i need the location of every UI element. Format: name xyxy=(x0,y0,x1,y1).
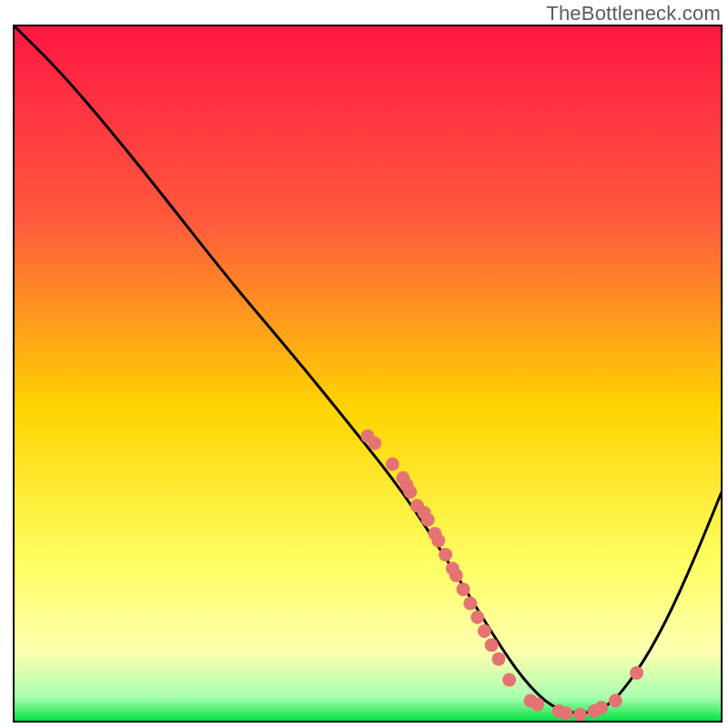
data-point xyxy=(630,666,643,680)
data-point xyxy=(573,708,587,722)
data-point xyxy=(491,652,505,666)
data-point xyxy=(531,697,544,711)
data-point xyxy=(594,701,608,714)
data-point xyxy=(609,694,622,708)
data-point xyxy=(368,437,381,450)
data-point xyxy=(478,624,491,638)
data-point xyxy=(450,569,463,582)
data-point xyxy=(421,513,435,527)
data-point xyxy=(439,548,452,561)
data-point xyxy=(457,582,470,596)
chart-container: TheBottleneck.com xyxy=(0,0,728,728)
data-point xyxy=(559,706,572,720)
data-point xyxy=(463,596,477,610)
bottleneck-chart xyxy=(0,0,728,728)
data-point xyxy=(403,485,417,499)
data-point xyxy=(431,534,445,548)
data-point xyxy=(485,638,499,652)
gradient-background xyxy=(14,25,722,722)
data-point xyxy=(386,457,399,470)
data-point xyxy=(502,673,516,687)
data-point xyxy=(470,611,484,624)
watermark-text: TheBottleneck.com xyxy=(546,2,721,25)
